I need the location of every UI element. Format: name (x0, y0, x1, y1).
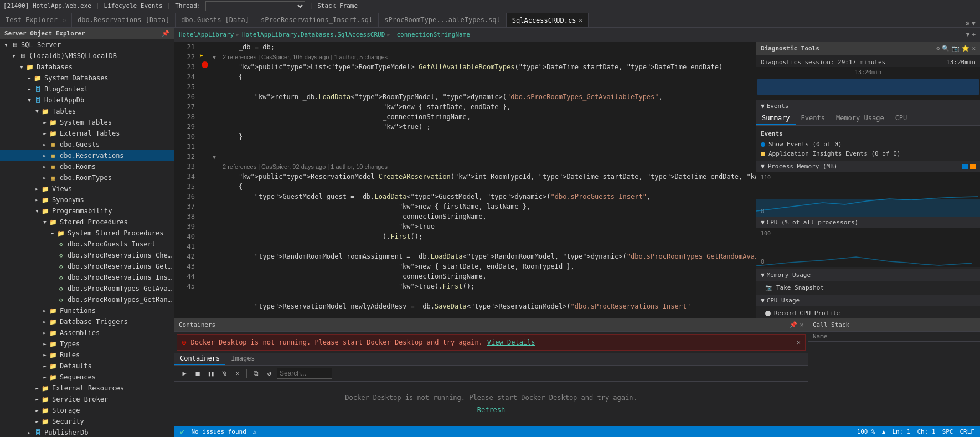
fold-slot[interactable] (210, 122, 218, 132)
fold-button[interactable]: ▼ (210, 52, 218, 62)
tree-arrow[interactable]: ► (41, 175, 49, 181)
diag-settings-icon[interactable]: ⚙ (936, 45, 940, 52)
sidebar-item[interactable]: ⚙dbo.sProcRoomTypes_GetRandomAvailableR (0, 294, 174, 305)
breakpoint-slot[interactable] (199, 189, 210, 199)
tree-arrow[interactable]: ► (33, 397, 41, 402)
sidebar-item[interactable]: ►📁Service Broker (0, 394, 174, 405)
panel-pin-icon[interactable]: 📌 (790, 321, 797, 328)
memory-usage-header[interactable]: ▼ Memory Usage (756, 269, 980, 281)
take-snapshot-row[interactable]: 📷 Take Snapshot (765, 284, 971, 291)
fold-slot[interactable] (210, 222, 218, 232)
code-editor[interactable]: 2122232425262728293031323334353637383940… (174, 42, 756, 318)
breakpoint-slot[interactable] (199, 229, 210, 239)
cpu-header[interactable]: ▼ CPU (% of all processors) (756, 217, 980, 228)
banner-close-button[interactable]: ✕ (797, 338, 801, 346)
breakpoint-slot[interactable] (199, 269, 210, 279)
sidebar-item[interactable]: ►📁External Tables (0, 128, 174, 139)
breakpoint-slot[interactable] (199, 199, 210, 209)
breakpoint-slot[interactable] (199, 239, 210, 249)
tree-arrow[interactable]: ► (25, 86, 33, 92)
search-input[interactable] (277, 368, 332, 379)
percent-button[interactable]: % (219, 368, 230, 379)
breakpoint-slot[interactable] (199, 169, 210, 179)
diag-search-icon[interactable]: 🔍 (942, 45, 950, 52)
tab-dbo-guests[interactable]: dbo.Guests [Data] (176, 13, 255, 27)
sidebar-item[interactable]: ►▦dbo.Rooms (0, 161, 174, 172)
tree-arrow[interactable]: ► (41, 330, 49, 336)
breakpoint-slot[interactable] (199, 130, 210, 140)
sidebar-item[interactable]: ▼📁Programmability (0, 205, 174, 217)
sidebar-item[interactable]: ►📁Types (0, 338, 174, 349)
fold-slot[interactable] (210, 72, 218, 82)
panel-close-icon[interactable]: ✕ (800, 321, 803, 328)
sidebar-item[interactable]: ▼🖥SQL Server (0, 39, 174, 50)
sidebar-item[interactable]: ►▦dbo.Guests (0, 139, 174, 150)
fold-slot[interactable] (210, 232, 218, 241)
sidebar-item[interactable]: ►🗄BlogContext (0, 84, 174, 95)
sidebar-item[interactable]: ►🗄PublisherDb (0, 427, 174, 437)
tree-arrow[interactable]: ▼ (10, 53, 18, 59)
stop-button[interactable]: ■ (192, 368, 203, 379)
process-memory-header[interactable]: ▼ Process Memory (MB) (756, 161, 980, 172)
view-details-link[interactable]: View Details (487, 338, 535, 346)
sidebar-item[interactable]: ▼🗄HotelAppDb (0, 95, 174, 106)
tree-arrow[interactable]: ► (41, 352, 49, 358)
tree-arrow[interactable]: ► (33, 197, 41, 203)
tree-arrow[interactable]: ▼ (18, 64, 25, 70)
sidebar-item[interactable]: ⚙dbo.sProcReservations_GetAReservation (0, 261, 174, 272)
fold-slot[interactable] (210, 62, 218, 72)
tree-arrow[interactable]: ► (33, 408, 41, 413)
breakpoint-slot[interactable] (199, 150, 210, 160)
code-content[interactable]: _db = db;2 references | CasSpicer, 105 d… (218, 42, 756, 318)
breakpoint-slot[interactable] (199, 259, 210, 269)
sidebar-item[interactable]: ▼📁Tables (0, 106, 174, 117)
tree-arrow[interactable]: ► (41, 164, 49, 169)
sidebar-pin-icon[interactable]: 📌 (162, 30, 169, 37)
sidebar-item[interactable]: ⚙dbo.sProcReservations_Insert (0, 272, 174, 283)
pause-button[interactable]: ❚❚ (205, 368, 216, 379)
sidebar-item[interactable]: ►📁Storage (0, 405, 174, 416)
cpu-usage-header[interactable]: ▼ CPU Usage (756, 295, 980, 306)
sidebar-item[interactable]: ▼📁Stored Procedures (0, 217, 174, 228)
tab-dbo-reservations[interactable]: dbo.Reservations [Data] (72, 13, 176, 27)
breakpoint-slot[interactable] (199, 289, 210, 299)
fold-slot[interactable] (210, 142, 218, 152)
fold-slot[interactable] (210, 281, 218, 291)
breakpoint-slot[interactable] (199, 60, 210, 70)
close-tab-button[interactable]: ✕ (579, 17, 582, 24)
sidebar-item[interactable]: ►📁System Databases (0, 73, 174, 84)
sidebar-item[interactable]: ►📁Defaults (0, 361, 174, 372)
refresh-button[interactable]: ↺ (264, 368, 275, 379)
sidebar-item[interactable]: ►📁System Stored Procedures (0, 228, 174, 239)
fold-slot[interactable] (210, 182, 218, 192)
tree-arrow[interactable]: ► (41, 319, 49, 325)
add-file-icon[interactable]: + (972, 31, 976, 38)
fold-slot[interactable] (210, 172, 218, 182)
tree-arrow[interactable]: ▼ (33, 208, 41, 214)
fold-slot[interactable] (210, 112, 218, 122)
tree-arrow[interactable]: ► (41, 308, 49, 313)
breakpoint-slot[interactable] (199, 179, 210, 189)
sidebar-item[interactable]: ►▦dbo.RoomTypes (0, 172, 174, 183)
tree-arrow[interactable]: ► (25, 430, 33, 435)
sidebar-item[interactable]: ►📁Views (0, 183, 174, 194)
diag-camera-icon[interactable]: 📷 (952, 45, 960, 52)
tab-sproc-reservations-insert[interactable]: sProcReservations_Insert.sql (255, 13, 379, 27)
breakpoint-slot[interactable] (199, 219, 210, 229)
tree-arrow[interactable]: ► (41, 153, 49, 158)
record-cpu-row[interactable]: Record CPU Profile (765, 310, 971, 317)
fold-slot[interactable] (210, 102, 218, 112)
tab-sql-access-crud[interactable]: SqlAccessCRUD.cs ✕ (507, 13, 589, 27)
breakpoint-slot[interactable] (199, 90, 210, 100)
diag-tab-summary[interactable]: Summary (756, 112, 796, 125)
fold-slot[interactable] (210, 92, 218, 102)
tree-arrow[interactable]: ► (41, 341, 49, 347)
fold-slot[interactable] (210, 241, 218, 251)
show-events-row[interactable]: Show Events (0 of 0) (761, 140, 976, 149)
play-button[interactable]: ▶ (179, 368, 190, 379)
copy-button[interactable]: ⧉ (250, 368, 261, 379)
breakpoint-slot[interactable] (199, 70, 210, 80)
collapse-icon[interactable]: ▼ (966, 31, 970, 38)
delete-button[interactable]: ✕ (232, 368, 243, 379)
fold-slot[interactable] (210, 192, 218, 202)
